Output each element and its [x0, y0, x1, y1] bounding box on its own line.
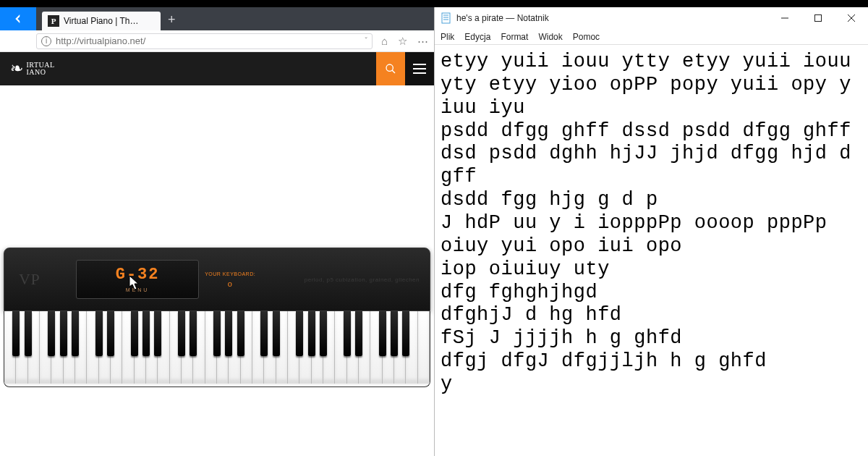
search-button[interactable]: [376, 52, 405, 85]
site-logo[interactable]: ❧ IRTUAL IANO: [10, 59, 55, 78]
black-key[interactable]: [95, 311, 103, 356]
tab-strip: P Virtual Piano | The Origin... +: [0, 7, 434, 30]
black-key[interactable]: [60, 311, 67, 356]
overflow-menu-icon[interactable]: ⋯: [417, 35, 428, 48]
minimize-button[interactable]: [768, 7, 801, 29]
menu-edycja[interactable]: Edycja: [464, 32, 490, 42]
window-controls: [768, 7, 868, 29]
browser-window: P Virtual Piano | The Origin... + i http…: [0, 7, 434, 456]
black-key[interactable]: [72, 311, 79, 356]
favicon: P: [48, 15, 59, 27]
piano-engraving: period, p5 cubization, grained, gliechen: [305, 276, 420, 283]
black-key[interactable]: [107, 311, 114, 356]
screen-top-band: [0, 0, 868, 7]
menu-button[interactable]: [405, 52, 434, 85]
svg-rect-3: [413, 68, 426, 69]
black-key[interactable]: [225, 311, 232, 356]
tab-title: Virtual Piano | The Origin...: [64, 16, 143, 26]
black-key[interactable]: [391, 311, 398, 356]
notepad-text-area[interactable]: etyy yuii iouu ytty etyy yuii iouu yty e…: [435, 45, 868, 397]
menu-plik[interactable]: Plik: [441, 32, 454, 42]
kbd-label-text: YOUR KEYBOARD:: [205, 271, 255, 276]
url-bar-row: i http://virtualpiano.net/ ˇ ⌂ ☆ ⋯: [0, 30, 434, 52]
black-key[interactable]: [320, 311, 327, 356]
bookmark-icon[interactable]: ☆: [398, 35, 407, 48]
black-key[interactable]: [273, 311, 280, 356]
svg-rect-10: [815, 15, 822, 22]
black-key[interactable]: [12, 311, 20, 356]
black-key[interactable]: [379, 311, 386, 356]
logo-ornament-icon: ❧: [10, 59, 24, 78]
search-icon: [385, 63, 396, 75]
black-key[interactable]: [237, 311, 244, 356]
site-header: ❧ IRTUAL IANO: [0, 52, 434, 85]
black-key[interactable]: [296, 311, 303, 356]
close-button[interactable]: [835, 7, 868, 29]
toolbar-icons: ⌂ ☆ ⋯: [381, 35, 428, 48]
piano-brand-main: VP: [19, 273, 40, 286]
hamburger-icon: [413, 64, 426, 74]
black-key[interactable]: [213, 311, 221, 356]
svg-rect-2: [413, 64, 426, 65]
notepad-window: he's a pirate — Notatnik PlikEdycjaForma…: [434, 7, 868, 456]
svg-point-0: [386, 64, 393, 71]
piano-instrument: VP G-32 MENU YOUR KEYBOARD: o period, p5…: [4, 248, 430, 387]
notepad-menubar: PlikEdycjaFormatWidokPomoc: [435, 29, 868, 45]
back-button[interactable]: [0, 7, 36, 30]
menu-pomoc[interactable]: Pomoc: [573, 32, 600, 42]
black-key[interactable]: [48, 311, 55, 356]
svg-rect-4: [413, 72, 426, 74]
notepad-title: he's a pirate — Notatnik: [456, 13, 549, 23]
black-key[interactable]: [308, 311, 315, 356]
svg-line-1: [392, 70, 395, 73]
black-key[interactable]: [402, 311, 409, 356]
piano-panel: VP G-32 MENU YOUR KEYBOARD: o period, p5…: [4, 248, 430, 311]
page-content: ❧ IRTUAL IANO VP G-32 MENU YO: [0, 52, 434, 456]
logo-text: IRTUAL IANO: [27, 62, 55, 76]
notepad-titlebar[interactable]: he's a pirate — Notatnik: [435, 7, 868, 29]
black-key[interactable]: [190, 311, 197, 356]
black-key[interactable]: [344, 311, 351, 356]
browser-tab[interactable]: P Virtual Piano | The Origin...: [42, 12, 161, 30]
notepad-app-icon: [441, 12, 452, 24]
menu-widok[interactable]: Widok: [538, 32, 562, 42]
new-tab-button[interactable]: +: [168, 12, 176, 28]
black-key[interactable]: [355, 311, 362, 356]
kbd-value: o: [205, 279, 255, 288]
address-bar[interactable]: i http://virtualpiano.net/ ˇ: [36, 33, 373, 49]
black-key[interactable]: [25, 311, 32, 356]
maximize-button[interactable]: [801, 7, 835, 29]
home-icon[interactable]: ⌂: [381, 35, 388, 48]
black-key[interactable]: [260, 311, 268, 356]
display-note: G-32: [116, 267, 160, 283]
url-text: http://virtualpiano.net/: [56, 35, 145, 46]
black-key[interactable]: [178, 311, 185, 356]
keyboard-indicator: YOUR KEYBOARD: o: [205, 271, 255, 288]
piano-keyboard[interactable]: [4, 311, 430, 387]
svg-rect-5: [442, 13, 450, 23]
black-key[interactable]: [154, 311, 161, 356]
url-dropdown-icon[interactable]: ˇ: [365, 37, 367, 45]
site-info-icon[interactable]: i: [41, 36, 51, 46]
black-key[interactable]: [142, 311, 150, 356]
menu-format[interactable]: Format: [501, 32, 528, 42]
piano-brand: VP: [19, 273, 40, 286]
piano-display[interactable]: G-32 MENU: [76, 260, 199, 299]
white-key[interactable]: [418, 311, 430, 384]
display-menu-label[interactable]: MENU: [126, 287, 150, 292]
black-key[interactable]: [131, 311, 138, 356]
